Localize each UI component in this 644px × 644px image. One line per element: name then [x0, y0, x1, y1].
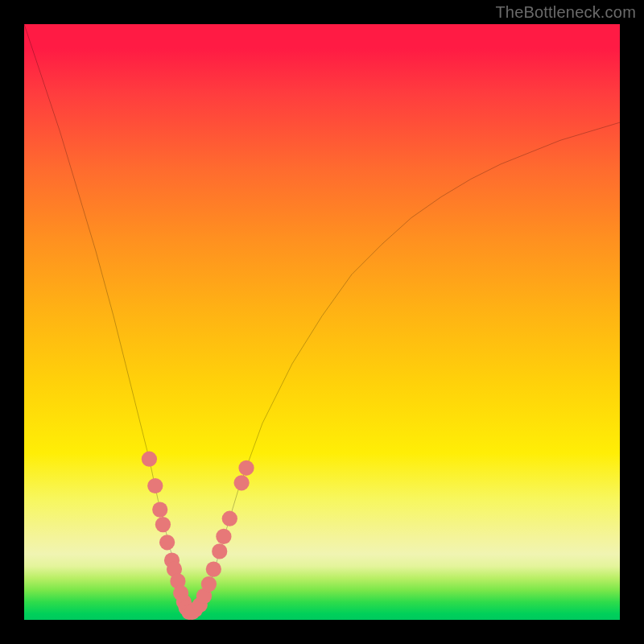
curve-marker: [159, 535, 175, 550]
watermark-text: TheBottleneck.com: [495, 3, 636, 22]
curve-marker: [212, 543, 227, 559]
chart-frame: TheBottleneck.com: [0, 0, 644, 644]
curve-marker: [152, 502, 167, 517]
curve-marker: [222, 511, 237, 526]
curve-marker: [155, 517, 171, 532]
curve-marker: [238, 460, 254, 476]
bottleneck-curve: [24, 24, 620, 614]
curve-marker: [206, 561, 221, 576]
curve-marker: [147, 478, 163, 493]
curve-layer: [24, 24, 620, 620]
curve-markers: [142, 452, 254, 620]
curve-marker: [201, 576, 217, 592]
curve-marker: [216, 529, 231, 544]
curve-marker: [233, 475, 249, 490]
curve-marker: [142, 452, 157, 467]
plot-area: [24, 24, 620, 620]
